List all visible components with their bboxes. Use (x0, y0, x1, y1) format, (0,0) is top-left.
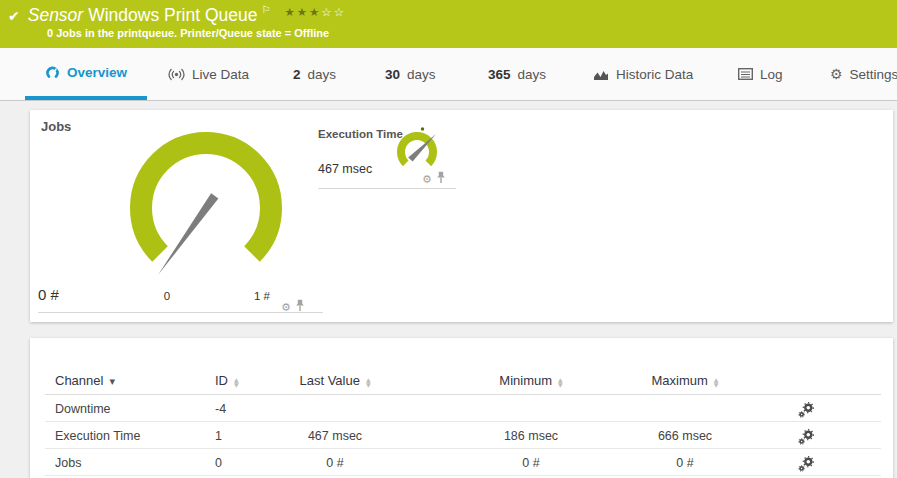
tab-number: 365 (488, 67, 511, 82)
tab-number: 30 (385, 67, 400, 82)
jobs-gauge-title: Jobs (41, 119, 71, 134)
execution-time-value: 467 msec (318, 162, 372, 176)
column-header-last-value[interactable]: Last Value▲▼ (235, 373, 435, 388)
pin-icon[interactable] (295, 298, 305, 316)
sensor-status-banner: ✔ SensorWindows Print Queue⚐ ★★★☆☆ 0 Job… (0, 0, 897, 48)
channel-name: Execution Time (55, 429, 140, 443)
tab-log[interactable]: Log (738, 48, 783, 100)
star-filled-icon[interactable]: ★ (309, 5, 321, 19)
channel-settings-icon[interactable] (797, 456, 815, 475)
jobs-gauge (126, 126, 286, 298)
execution-time-actions: ⚙ (422, 170, 446, 188)
table-row-downtime: Downtime -4 (45, 395, 881, 422)
priority-stars[interactable]: ★★★☆☆ (284, 5, 346, 19)
gear-icon[interactable]: ⚙ (422, 174, 432, 185)
channel-name: Downtime (55, 402, 111, 416)
channel-table-header: Channel▾ ID▲▼ Last Value▲▼ Minimum▲▼ Max… (45, 338, 881, 395)
tab-live-data[interactable]: Live Data (168, 48, 249, 100)
tab-label: Log (760, 67, 783, 82)
sort-toggle-icon: ▲▼ (558, 377, 563, 387)
page-title: SensorWindows Print Queue⚐ (28, 4, 271, 26)
tab-label: days (407, 67, 436, 82)
channel-id: 0 (215, 456, 222, 470)
tab-label: Live Data (192, 67, 249, 82)
channel-table-card: Channel▾ ID▲▼ Last Value▲▼ Minimum▲▼ Max… (30, 338, 893, 478)
tab-30-days[interactable]: 30 days (385, 48, 436, 100)
tab-overview[interactable]: Overview (25, 48, 147, 100)
sort-toggle-icon: ▲▼ (714, 377, 719, 387)
channel-settings-icon[interactable] (797, 402, 815, 421)
channel-table: Channel▾ ID▲▼ Last Value▲▼ Minimum▲▼ Max… (45, 338, 881, 476)
channel-id: -4 (215, 402, 226, 416)
divider (318, 188, 456, 189)
tab-label: Settings (850, 67, 897, 82)
sensor-name: Windows Print Queue (88, 5, 257, 25)
channel-settings-icon[interactable] (797, 429, 815, 448)
column-header-maximum[interactable]: Maximum▲▼ (585, 373, 785, 388)
sort-desc-icon: ▾ (109, 375, 115, 388)
channel-maximum: 666 msec (585, 429, 785, 443)
sensor-kind-label: Sensor (28, 5, 83, 25)
live-data-icon (168, 68, 185, 81)
column-header-channel[interactable]: Channel▾ (55, 373, 115, 388)
tab-label: Overview (67, 65, 127, 80)
table-row-execution-time: Execution Time 1 467 msec 186 msec 666 m… (45, 422, 881, 449)
gauge-icon (45, 65, 60, 80)
channel-maximum: 0 # (585, 456, 785, 470)
log-icon (738, 68, 753, 80)
tab-label: days (518, 67, 547, 82)
area-chart-icon (593, 68, 609, 81)
jobs-current-value: 0 # (38, 286, 59, 303)
tab-historic-data[interactable]: Historic Data (593, 48, 693, 100)
channel-last-value: 0 # (235, 456, 435, 470)
tab-label: days (308, 67, 337, 82)
sensor-status-message: 0 Jobs in the printqueue. Printer/Queue … (47, 27, 329, 39)
gear-icon: ⚙ (830, 67, 843, 81)
flag-icon: ⚐ (261, 4, 270, 16)
star-filled-icon[interactable]: ★ (284, 5, 296, 19)
channel-id: 1 (215, 429, 222, 443)
star-empty-icon[interactable]: ☆ (321, 5, 333, 19)
tab-number: 2 (293, 67, 301, 82)
channel-last-value: 467 msec (235, 429, 435, 443)
jobs-gauge-actions: ⚙ (281, 298, 305, 316)
jobs-gauge-scale-max: 1 # (245, 290, 279, 302)
tab-365-days[interactable]: 365 days (488, 48, 546, 100)
jobs-gauge-scale-min: 0 (155, 290, 179, 302)
tab-settings[interactable]: ⚙ Settings (830, 48, 897, 100)
sensor-tab-bar: Overview Live Data 2 days 30 days 365 da… (0, 48, 897, 101)
channel-name: Jobs (55, 456, 81, 470)
pin-icon[interactable] (436, 170, 446, 188)
status-ok-check-icon: ✔ (8, 8, 20, 24)
star-filled-icon[interactable]: ★ (297, 5, 309, 19)
sort-toggle-icon: ▲▼ (366, 377, 371, 387)
execution-time-panel: Execution Time 467 msec ⚙ (318, 126, 490, 196)
tab-label: Historic Data (616, 67, 693, 82)
star-empty-icon[interactable]: ☆ (334, 5, 346, 19)
execution-time-gauge (390, 126, 448, 174)
gear-icon[interactable]: ⚙ (281, 302, 291, 313)
overview-gauges-card: Jobs 0 1 # 0 # ⚙ Execution Time 467 msec… (30, 110, 893, 322)
tab-2-days[interactable]: 2 days (293, 48, 336, 100)
table-row-jobs: Jobs 0 0 # 0 # 0 # (45, 449, 881, 476)
